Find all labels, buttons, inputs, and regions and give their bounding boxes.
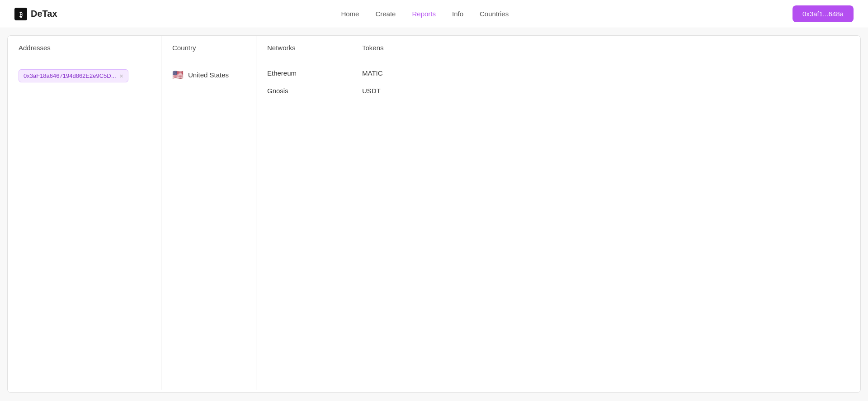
brand-icon: ₿ (14, 8, 27, 20)
main-content: Addresses Country Networks Tokens 0x3aF1… (0, 28, 868, 400)
country-flag: 🇺🇸 (172, 69, 184, 80)
country-name: United States (188, 71, 229, 79)
table-header: Addresses Country Networks Tokens (8, 36, 860, 60)
navbar: ₿ DeTax Home Create Reports Info Countri… (0, 0, 868, 28)
header-addresses: Addresses (8, 36, 161, 60)
nav-info[interactable]: Info (452, 10, 463, 18)
nav-create[interactable]: Create (375, 10, 396, 18)
token-item-matic: MATIC (362, 69, 849, 77)
networks-column: Ethereum Gnosis (256, 60, 351, 390)
svg-text:₿: ₿ (19, 11, 23, 18)
nav-home[interactable]: Home (341, 10, 359, 18)
address-tag-close[interactable]: × (120, 73, 123, 79)
wallet-button[interactable]: 0x3af1...648a (793, 5, 854, 22)
addresses-column: 0x3aF18a6467194d862E2e9C5D... × (8, 60, 161, 390)
header-country: Country (161, 36, 256, 60)
nav-links: Home Create Reports Info Countries (341, 10, 509, 18)
token-item-usdt: USDT (362, 87, 849, 95)
nav-reports[interactable]: Reports (412, 10, 436, 18)
header-networks: Networks (256, 36, 351, 60)
tokens-column: MATIC USDT (351, 60, 860, 390)
header-tokens: Tokens (351, 36, 860, 60)
address-tag: 0x3aF18a6467194d862E2e9C5D... × (19, 69, 128, 82)
country-row: 🇺🇸 United States (172, 69, 245, 80)
report-table: Addresses Country Networks Tokens 0x3aF1… (7, 35, 861, 393)
table-body: 0x3aF18a6467194d862E2e9C5D... × 🇺🇸 Unite… (8, 60, 860, 390)
brand-name: DeTax (31, 9, 57, 19)
brand: ₿ DeTax (14, 8, 57, 20)
address-tag-text: 0x3aF18a6467194d862E2e9C5D... (24, 72, 116, 79)
country-column: 🇺🇸 United States (161, 60, 256, 390)
network-item-gnosis: Gnosis (267, 87, 340, 95)
nav-countries[interactable]: Countries (480, 10, 509, 18)
network-item-ethereum: Ethereum (267, 69, 340, 77)
